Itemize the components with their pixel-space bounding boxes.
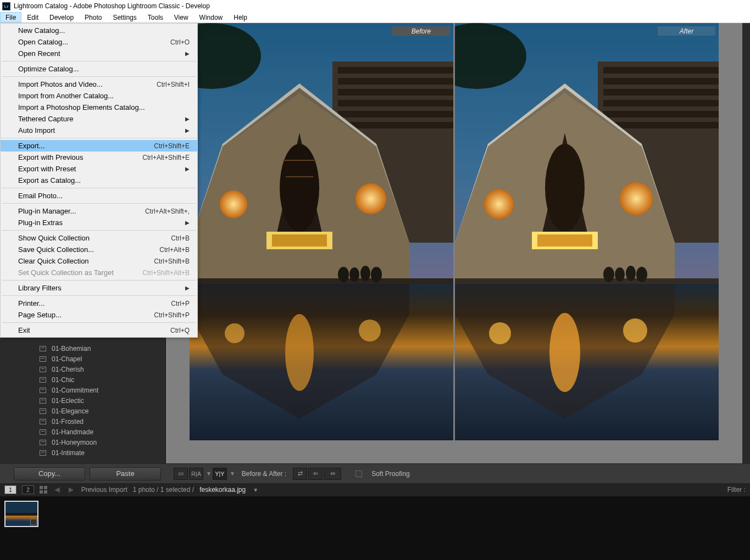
menu-develop[interactable]: Develop — [44, 12, 79, 23]
svg-point-51 — [626, 266, 636, 281]
preset-item[interactable]: 01-Commitment — [0, 385, 165, 395]
before-after-view-button[interactable]: Y|Y — [213, 468, 227, 480]
file-menu-dropdown: New Catalog...Open Catalog...Ctrl+OOpen … — [0, 23, 198, 338]
preset-item[interactable]: 01-Frosted — [0, 416, 165, 427]
menu-item-export-with-preset[interactable]: Export with Preset▶ — [1, 163, 197, 175]
preset-label: 01-Intimate — [52, 449, 85, 457]
preset-item[interactable]: 01-Handmade — [0, 427, 165, 437]
svg-rect-48 — [455, 278, 719, 284]
svg-point-50 — [615, 267, 625, 282]
preset-item[interactable]: 01-Chapel — [0, 354, 165, 364]
svg-point-28 — [225, 323, 245, 343]
menu-item-email-photo[interactable]: Email Photo... — [1, 190, 197, 201]
preset-item[interactable]: 01-Cherish — [0, 364, 165, 374]
svg-point-13 — [280, 144, 319, 232]
grid-view-icon[interactable] — [40, 486, 47, 494]
preset-label: 01-Honeymoon — [52, 439, 97, 446]
preset-item[interactable]: 01-Eclectic — [0, 395, 165, 406]
after-photo[interactable]: After — [455, 23, 719, 463]
svg-point-56 — [489, 322, 511, 344]
menu-item-tethered-capture[interactable]: Tethered Capture▶ — [1, 113, 197, 125]
copy-button[interactable]: Copy... — [14, 467, 85, 480]
nav-back-icon[interactable]: ◄ — [53, 485, 62, 495]
current-filename[interactable]: feskekorkaa.jpg — [199, 486, 246, 494]
menu-item-page-setup[interactable]: Page Setup...Ctrl+Shift+P — [1, 309, 197, 321]
menu-item-export[interactable]: Export...Ctrl+Shift+E — [1, 140, 197, 152]
menu-item-open-recent[interactable]: Open Recent▶ — [1, 48, 197, 59]
menu-view[interactable]: View — [169, 12, 194, 23]
menu-item-plug-in-extras[interactable]: Plug-in Extras▶ — [1, 217, 197, 228]
preset-item[interactable]: 01-Chic — [0, 374, 165, 385]
menu-photo[interactable]: Photo — [79, 12, 107, 23]
preset-item[interactable]: 01-Elegance — [0, 406, 165, 416]
menu-item-optimize-catalog[interactable]: Optimize Catalog... — [1, 63, 197, 75]
menu-item-clear-quick-collection[interactable]: Clear Quick CollectionCtrl+Shift+B — [1, 255, 197, 267]
nav-forward-icon[interactable]: ► — [67, 485, 76, 495]
second-screen-button[interactable]: 2 — [22, 485, 34, 494]
chevron-down-icon[interactable]: ▼ — [206, 471, 212, 477]
svg-point-57 — [623, 318, 647, 343]
menu-item-auto-import[interactable]: Auto Import▶ — [1, 125, 197, 136]
preset-label: 01-Eclectic — [52, 397, 84, 405]
menu-item-import-photos-and-video[interactable]: Import Photos and Video...Ctrl+Shift+I — [1, 79, 197, 90]
right-panel-collapsed[interactable] — [742, 23, 750, 463]
menu-item-export-with-previous[interactable]: Export with PreviousCtrl+Alt+Shift+E — [1, 152, 197, 163]
menu-help[interactable]: Help — [228, 12, 253, 23]
preset-icon — [40, 419, 46, 424]
main-screen-button[interactable]: 1 — [4, 485, 16, 494]
svg-rect-32 — [603, 67, 719, 74]
menu-item-plug-in-manager[interactable]: Plug-in Manager...Ctrl+Alt+Shift+, — [1, 205, 197, 217]
preset-icon — [40, 408, 46, 414]
develop-toolbar: Copy... Paste ▭ R|A ▼ Y|Y ▼ Before & Aft… — [0, 463, 750, 483]
loupe-view-button[interactable]: ▭ — [174, 468, 188, 480]
preset-icon — [40, 398, 46, 404]
copy-before-to-after-button[interactable]: ⇐ — [308, 468, 323, 480]
reference-view-button[interactable]: R|A — [189, 468, 203, 480]
copy-after-to-before-button[interactable]: ⇔ — [324, 468, 341, 480]
menu-item-import-a-photoshop-elements-catalog[interactable]: Import a Photoshop Elements Catalog... — [1, 102, 197, 113]
preset-label: 01-Cherish — [52, 366, 84, 373]
menu-item-exit[interactable]: ExitCtrl+Q — [1, 324, 197, 336]
menu-item-library-filters[interactable]: Library Filters▶ — [1, 282, 197, 294]
preset-label: 01-Handmade — [52, 428, 93, 436]
preset-icon — [40, 440, 46, 445]
svg-point-21 — [338, 267, 349, 282]
menu-item-show-quick-collection[interactable]: Show Quick CollectionCtrl+B — [1, 232, 197, 244]
preset-label: 01-Chapel — [52, 355, 82, 363]
preset-icon — [40, 346, 46, 351]
soft-proofing-checkbox[interactable] — [355, 471, 362, 477]
preset-icon — [40, 367, 46, 372]
menu-item-export-as-catalog[interactable]: Export as Catalog... — [1, 175, 197, 186]
menu-tools[interactable]: Tools — [142, 12, 169, 23]
app-logo-icon: Lr — [2, 2, 10, 10]
menu-item-save-quick-collection[interactable]: Save Quick Collection...Ctrl+Alt+B — [1, 244, 197, 255]
preset-item[interactable]: 01-Honeymoon — [0, 437, 165, 447]
preset-icon — [40, 450, 46, 456]
svg-point-16 — [220, 191, 247, 218]
menu-edit[interactable]: Edit — [21, 12, 44, 23]
menu-bar: File Edit Develop Photo Settings Tools V… — [0, 12, 750, 23]
preset-item[interactable]: 01-Bohemian — [0, 343, 165, 354]
menu-settings[interactable]: Settings — [107, 12, 142, 23]
svg-point-45 — [620, 182, 653, 215]
chevron-down-icon[interactable]: ▼ — [253, 487, 258, 493]
source-crumb[interactable]: Previous Import — [81, 486, 127, 494]
preset-label: 01-Bohemian — [52, 345, 91, 352]
menu-item-printer[interactable]: Printer...Ctrl+P — [1, 298, 197, 309]
before-photo[interactable]: Before — [190, 23, 453, 463]
svg-rect-33 — [603, 78, 719, 85]
menu-item-import-from-another-catalog[interactable]: Import from Another Catalog... — [1, 90, 197, 102]
menu-file[interactable]: File — [0, 12, 21, 23]
thumbnail-strip — [0, 496, 750, 560]
menu-window[interactable]: Window — [194, 12, 229, 23]
menu-item-open-catalog[interactable]: Open Catalog...Ctrl+O — [1, 36, 197, 48]
swap-before-after-button[interactable]: ⇄ — [293, 468, 307, 480]
chevron-down-icon[interactable]: ▼ — [230, 471, 235, 477]
chevron-right-icon: ▶ — [185, 220, 190, 226]
filter-label[interactable]: Filter : — [727, 486, 746, 494]
svg-rect-19 — [272, 234, 327, 247]
menu-item-new-catalog[interactable]: New Catalog... — [1, 25, 197, 36]
paste-button[interactable]: Paste — [90, 467, 161, 480]
preset-item[interactable]: 01-Intimate — [0, 447, 165, 458]
thumbnail[interactable] — [4, 501, 38, 527]
